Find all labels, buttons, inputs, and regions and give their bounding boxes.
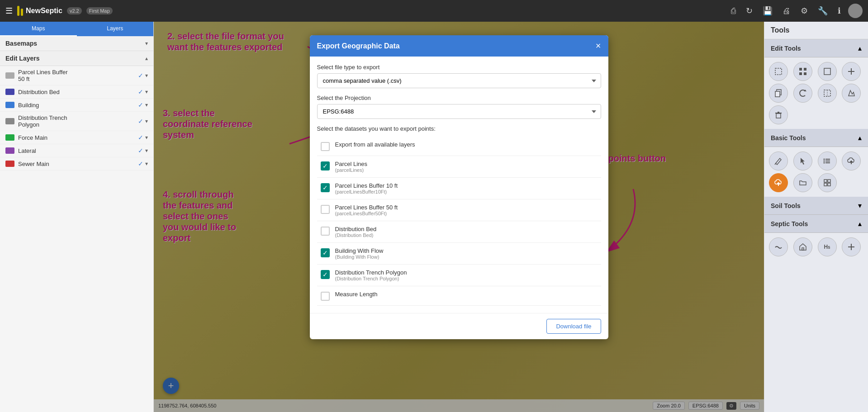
- layer-chevron-lateral[interactable]: ▾: [145, 147, 148, 154]
- basemaps-header[interactable]: Basemaps ▾: [0, 36, 153, 51]
- layer-visibility-building[interactable]: ✓: [138, 101, 143, 109]
- refresh-icon[interactable]: ↻: [746, 6, 753, 16]
- modal-header: Export Geographic Data ×: [310, 35, 608, 57]
- edit-tools-grid: [764, 57, 868, 129]
- modal-close-button[interactable]: ×: [596, 41, 601, 51]
- folder-tool[interactable]: [793, 173, 812, 192]
- layer-visibility-dist-bed[interactable]: ✓: [138, 88, 143, 95]
- modal-footer: Download file: [310, 313, 608, 339]
- hamburger-icon[interactable]: ☰: [5, 6, 13, 16]
- edit-tools-chevron: ▴: [858, 44, 862, 52]
- layer-label-dist-bed: Distribution Bed: [18, 89, 134, 95]
- sidebar-tab-layers[interactable]: Layers: [77, 22, 154, 36]
- dataset-name-parcel-buffer-50: Parcel Lines Buffer 50 ft: [335, 204, 398, 211]
- sidebar-tab-maps[interactable]: Maps: [0, 22, 77, 36]
- septic-tools-chevron: ▴: [858, 219, 862, 228]
- dataset-checkbox-parcel-buffer-50[interactable]: [321, 205, 330, 214]
- print-icon[interactable]: 🖨: [783, 6, 791, 16]
- file-type-select[interactable]: comma separated value (.csv): [317, 73, 601, 88]
- list-tool[interactable]: [818, 152, 837, 170]
- dataset-checkbox-measure[interactable]: [321, 292, 330, 301]
- logo-bar-1: [17, 6, 19, 16]
- modal-overlay: Export Geographic Data × Select file typ…: [154, 22, 764, 412]
- septic-add-tool[interactable]: [842, 237, 861, 256]
- dataset-label: Select the datasets you want to export p…: [317, 125, 601, 132]
- basic-tools-title: Basic Tools: [771, 134, 806, 142]
- layer-chevron-building[interactable]: ▾: [145, 102, 148, 108]
- layer-visibility-dist-trench[interactable]: ✓: [138, 118, 143, 125]
- rotate-tool[interactable]: [793, 84, 812, 103]
- layer-visibility-lateral[interactable]: ✓: [138, 147, 143, 154]
- septic-tools-header[interactable]: Septic Tools ▴: [764, 215, 868, 233]
- soil-tools-header[interactable]: Soil Tools ▾: [764, 197, 868, 215]
- layer-label-dist-trench: Distribution TrenchPolygon: [18, 114, 134, 128]
- septic-house-tool[interactable]: [793, 237, 812, 256]
- layer-item-parcel-buffer: Parcel Lines Buffer50 ft ✓ ▾: [0, 66, 153, 85]
- layer-chevron[interactable]: ▾: [145, 72, 148, 79]
- layer-visibility-icon[interactable]: ✓: [138, 72, 143, 79]
- edit-vertex-tool[interactable]: [793, 62, 812, 81]
- sidebar-tabs: Maps Layers: [0, 22, 153, 36]
- select-rect-tool[interactable]: [769, 62, 788, 81]
- dataset-checkbox-building-flow[interactable]: ✓: [321, 248, 330, 257]
- pencil-tool[interactable]: [769, 152, 788, 170]
- select-area-tool[interactable]: [818, 62, 837, 81]
- svg-rect-28: [824, 183, 827, 186]
- layer-visibility-sewer-main[interactable]: ✓: [138, 160, 143, 167]
- map-area[interactable]: 2. select the file format youwant the fe…: [154, 22, 764, 412]
- info-icon[interactable]: ℹ: [838, 6, 841, 16]
- dataset-checkbox-parcel-buffer-10[interactable]: ✓: [321, 183, 330, 192]
- delete-tool[interactable]: [769, 105, 788, 124]
- svg-rect-6: [824, 68, 830, 75]
- septic-wave-tool[interactable]: [769, 237, 788, 256]
- projection-select[interactable]: EPSG:6488: [317, 104, 601, 119]
- basic-tools-header[interactable]: Basic Tools ▴: [764, 129, 868, 147]
- dataset-row-parcel-buffer-10: ✓ Parcel Lines Buffer 10 ft (parcelLines…: [317, 178, 601, 199]
- settings-icon[interactable]: ⚙: [801, 6, 808, 16]
- share-icon[interactable]: ⎙: [731, 6, 736, 16]
- dataset-checkbox-dist-trench[interactable]: ✓: [321, 270, 330, 279]
- export-gps-tool[interactable]: [769, 173, 788, 192]
- draw-tool[interactable]: [842, 84, 861, 103]
- dataset-content-all: Export from all available layers: [335, 141, 415, 148]
- dataset-checkbox-parcel-lines[interactable]: ✓: [321, 161, 330, 170]
- resize-tool[interactable]: [818, 84, 837, 103]
- modal-title: Export Geographic Data: [317, 42, 400, 50]
- svg-point-23: [823, 162, 825, 164]
- basemaps-chevron: ▾: [145, 40, 148, 47]
- layer-label-force-main: Force Main: [18, 134, 134, 141]
- edit-tools-header[interactable]: Edit Tools ▴: [764, 39, 868, 57]
- download-file-button[interactable]: Download file: [546, 319, 601, 334]
- septic-h5-tool[interactable]: Hs: [818, 237, 837, 256]
- dataset-content-dist-trench: Distribution Trench Polygon (Distributio…: [335, 269, 407, 281]
- septic-tools-title: Septic Tools: [771, 220, 808, 227]
- grid-tool[interactable]: [818, 173, 837, 192]
- upload-cloud-tool[interactable]: [842, 152, 861, 170]
- dataset-sub-dist-trench: (Distribution Trench Polygon): [335, 276, 407, 281]
- layer-icon-force-main: [5, 134, 14, 141]
- layer-chevron-dist-trench[interactable]: ▾: [145, 118, 148, 124]
- left-sidebar: Maps Layers Basemaps ▾ Edit Layers ▴ Par…: [0, 22, 154, 412]
- edit-layers-header[interactable]: Edit Layers ▴: [0, 51, 153, 66]
- save-icon[interactable]: 💾: [763, 6, 773, 16]
- layer-icon-lateral: [5, 147, 14, 154]
- svg-rect-14: [776, 114, 781, 118]
- svg-rect-10: [775, 91, 780, 97]
- layer-visibility-force-main[interactable]: ✓: [138, 134, 143, 141]
- layer-label-building: Building: [18, 102, 134, 109]
- add-point-tool[interactable]: [842, 62, 861, 81]
- layer-controls-building: ✓ ▾: [138, 101, 148, 109]
- copy-tool[interactable]: [769, 84, 788, 103]
- dataset-checkbox-all[interactable]: [321, 142, 330, 151]
- dataset-checkbox-dist-bed[interactable]: [321, 227, 330, 236]
- svg-rect-27: [828, 180, 830, 182]
- layer-chevron-dist-bed[interactable]: ▾: [145, 89, 148, 95]
- tools-icon[interactable]: 🔧: [818, 6, 828, 16]
- avatar[interactable]: [848, 4, 863, 18]
- dataset-name-measure: Measure Length: [335, 291, 378, 298]
- layer-item-dist-bed: Distribution Bed ✓ ▾: [0, 85, 153, 99]
- cursor-tool[interactable]: [793, 152, 812, 170]
- layer-chevron-force-main[interactable]: ▾: [145, 134, 148, 141]
- dataset-row-parcel-buffer-50: Parcel Lines Buffer 50 ft (parcelLinesBu…: [317, 199, 601, 221]
- layer-chevron-sewer-main[interactable]: ▾: [145, 161, 148, 167]
